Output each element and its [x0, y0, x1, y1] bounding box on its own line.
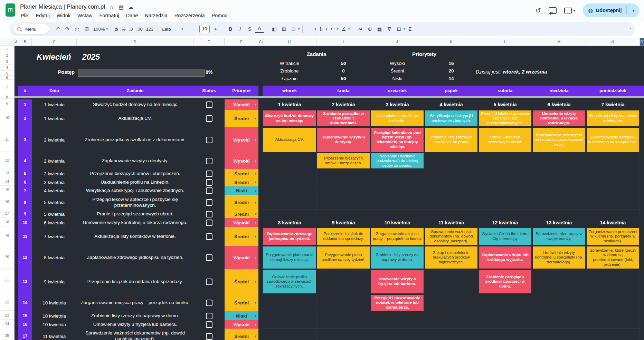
- empty-cell[interactable]: [316, 186, 370, 195]
- task-date-cell[interactable]: 9 kwietnia: [32, 269, 77, 294]
- calendar-task-cell[interactable]: Sprawdzenie ofert pracy w swojej branży.: [532, 227, 586, 246]
- empty-cell[interactable]: [370, 178, 424, 186]
- row-header-7[interactable]: 7: [0, 80, 15, 95]
- checkbox-unchecked[interactable]: [206, 300, 212, 306]
- row-header-20[interactable]: 20: [0, 245, 15, 269]
- task-status-cell[interactable]: [193, 99, 225, 110]
- vertical-align-button[interactable]: ⇅: [317, 25, 326, 33]
- empty-cell[interactable]: [478, 210, 532, 218]
- share-dropdown-icon[interactable]: ▾: [629, 8, 637, 13]
- task-date-cell[interactable]: 3 kwietnia: [32, 178, 77, 186]
- checkbox-unchecked[interactable]: [206, 187, 212, 194]
- empty-cell[interactable]: [586, 269, 640, 294]
- calendar-task-cell[interactable]: Przygotowanie planu posiłków na cały tyd…: [316, 246, 370, 269]
- calendar-task-cell[interactable]: Przejrzenie książek do oddania lub sprze…: [316, 227, 370, 246]
- task-status-cell[interactable]: [193, 186, 225, 195]
- task-row-number[interactable]: 3: [18, 127, 32, 153]
- calendar-task-cell[interactable]: Umówienie wizyty kontrolnej u specjalist…: [532, 246, 586, 269]
- checkbox-unchecked[interactable]: [206, 254, 212, 261]
- italic-button[interactable]: I: [236, 25, 245, 33]
- insert-comment-button[interactable]: ⊕: [366, 25, 375, 33]
- empty-cell[interactable]: [532, 269, 586, 294]
- task-row-number[interactable]: 13: [18, 269, 32, 294]
- priority-dropdown[interactable]: Średni▾: [225, 195, 258, 210]
- empty-cell[interactable]: [532, 329, 586, 340]
- row-header-5[interactable]: 5: [0, 71, 15, 76]
- row-header-18[interactable]: 18: [0, 217, 15, 226]
- calendar-date-header[interactable]: 6 kwietnia: [532, 99, 586, 110]
- increase-font-size-button[interactable]: +: [211, 25, 220, 33]
- task-name-cell[interactable]: Zrobienie porządku w szufladzie z dokume…: [77, 127, 193, 153]
- column-header-B[interactable]: B: [18, 38, 32, 46]
- task-name-cell[interactable]: Weryfikacja subskrypcji i anulowanie zbę…: [77, 186, 193, 195]
- empty-cell[interactable]: [478, 178, 532, 186]
- task-status-cell[interactable]: [193, 320, 225, 329]
- task-name-cell[interactable]: Umówienie wizyty u fryzjera lub barbera.: [77, 320, 193, 329]
- number-format-button[interactable]: 123: [145, 27, 155, 32]
- column-header-A[interactable]: A: [15, 38, 18, 46]
- empty-cell[interactable]: [586, 186, 640, 195]
- checkbox-unchecked[interactable]: [206, 171, 212, 177]
- empty-cell[interactable]: [316, 178, 370, 186]
- task-date-cell[interactable]: 6 kwietnia: [32, 218, 77, 227]
- calendar-date-header[interactable]: 5 kwietnia: [478, 99, 532, 110]
- checkbox-unchecked[interactable]: [206, 115, 212, 122]
- menu-dane[interactable]: Dane: [123, 11, 142, 20]
- task-date-cell[interactable]: 4 kwietnia: [32, 186, 77, 195]
- menu-formatuj[interactable]: Formatuj: [96, 11, 122, 20]
- calendar-task-cell[interactable]: Przegląd kalendarza pod kątem wizyt (np.…: [370, 127, 424, 153]
- row-header-6[interactable]: 6: [0, 76, 15, 80]
- row-header-10[interactable]: 10: [0, 109, 15, 126]
- print-button[interactable]: ⎙: [73, 25, 82, 33]
- column-header-L[interactable]: L: [478, 38, 532, 46]
- calendar-task-cell[interactable]: Napisanie i wysłanie podziękowań do blis…: [370, 153, 424, 169]
- task-status-cell[interactable]: [193, 169, 225, 178]
- task-date-cell[interactable]: 5 kwietnia: [32, 210, 77, 218]
- calendar-date-header[interactable]: 11 kwietnia: [424, 218, 478, 227]
- checkbox-unchecked[interactable]: [206, 179, 212, 186]
- checkbox-unchecked[interactable]: [206, 158, 212, 164]
- task-status-cell[interactable]: [193, 195, 225, 210]
- task-row-number[interactable]: 4: [18, 153, 32, 169]
- empty-cell[interactable]: [532, 311, 586, 320]
- text-rotation-button[interactable]: ∡: [339, 25, 348, 33]
- calendar-task-cell[interactable]: Zrobienie porządku w szufladzie z dokume…: [316, 110, 370, 127]
- calendar-task-cell[interactable]: Zaplanowanie wizyty u dentysty.: [316, 127, 370, 153]
- calendar-date-header[interactable]: 7 kwietnia: [586, 99, 640, 110]
- calendar-task-cell[interactable]: Zakup i uzupełnienie brakujących środków…: [424, 246, 478, 269]
- calendar-task-cell[interactable]: Przegląd i posortowanie notatek w telefo…: [370, 294, 424, 311]
- calendar-date-header[interactable]: 13 kwietnia: [532, 218, 586, 227]
- task-row-number[interactable]: 2: [18, 110, 32, 127]
- menu-widok[interactable]: Widok: [53, 11, 74, 20]
- checkbox-unchecked[interactable]: [206, 313, 212, 319]
- priority-dropdown[interactable]: Średni▾: [225, 210, 258, 218]
- empty-cell[interactable]: [532, 320, 586, 329]
- task-row-number[interactable]: 8: [18, 195, 32, 210]
- column-header-I[interactable]: I: [316, 38, 370, 46]
- task-date-cell[interactable]: 10 kwietnia: [32, 311, 77, 320]
- comments-icon[interactable]: [549, 7, 557, 14]
- empty-cell[interactable]: [263, 329, 316, 340]
- empty-cell[interactable]: [586, 294, 640, 311]
- percent-format-button[interactable]: %: [120, 27, 127, 32]
- menu-narzędzia[interactable]: Narzędzia: [141, 11, 171, 20]
- calendar-task-cell[interactable]: Wysłanie CV do firm, które Cię interesuj…: [478, 227, 532, 246]
- row-header-13[interactable]: 13: [0, 168, 15, 177]
- task-row-number[interactable]: 1: [18, 99, 32, 110]
- redo-button[interactable]: ↷: [63, 25, 72, 33]
- calendar-task-cell[interactable]: Weryfikacja subskrypcji i anulowanie zbę…: [424, 110, 478, 127]
- empty-cell[interactable]: [586, 329, 640, 340]
- month-cell[interactable]: Kwiecień: [31, 52, 77, 62]
- empty-cell[interactable]: [532, 195, 586, 210]
- empty-cell[interactable]: [370, 169, 424, 178]
- checkbox-unchecked[interactable]: [206, 321, 212, 328]
- task-name-cell[interactable]: Przegląd leków w apteczce i pozbycie się…: [77, 195, 193, 210]
- empty-cell[interactable]: [316, 269, 370, 294]
- empty-cell[interactable]: [586, 320, 640, 329]
- calendar-task-cell[interactable]: Zorganizowanie porządku w folderach na k…: [586, 127, 640, 153]
- column-header-F[interactable]: F: [225, 38, 258, 46]
- column-header-G[interactable]: G: [258, 38, 263, 46]
- calendar-date-header[interactable]: 4 kwietnia: [424, 99, 478, 110]
- task-name-cell[interactable]: Zorganizowanie miejsca pracy – porządek …: [77, 294, 193, 311]
- task-status-cell[interactable]: [193, 127, 225, 153]
